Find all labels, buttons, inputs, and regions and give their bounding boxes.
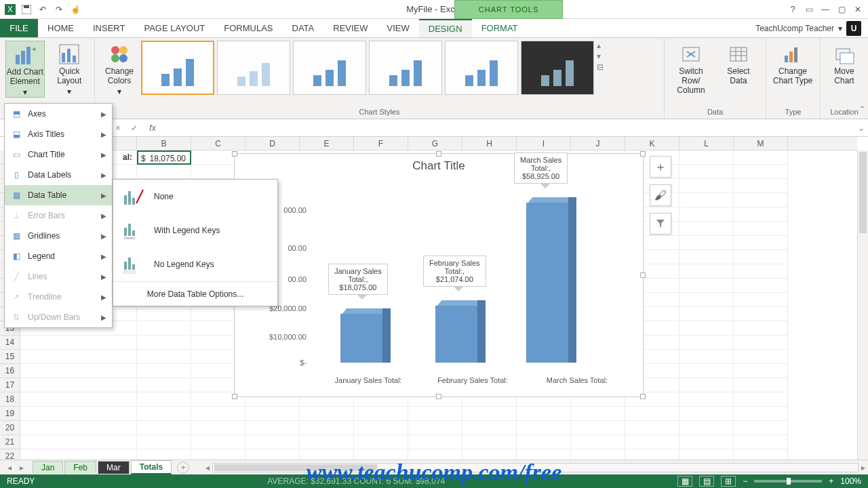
plot-area[interactable]: January Sales Total:, $18,075.00February… [316,181,629,363]
chart-styles-button[interactable]: 🖌 [650,184,671,206]
menu-updown-bars: ⇅Up/Down Bars▶ [5,307,112,327]
tab-review[interactable]: REVIEW [323,19,377,37]
data-label[interactable]: March Sales Total:, $58,925.00 [514,152,568,184]
menu-axes[interactable]: ⬒Axes▶ [5,104,112,124]
tab-file[interactable]: FILE [0,19,38,37]
view-page-layout-icon[interactable]: ▤ [699,476,714,487]
styles-scroll-up[interactable]: ▴ [597,41,609,50]
resize-handle[interactable] [640,272,646,278]
view-normal-icon[interactable]: ▦ [677,476,692,487]
menu-axis-titles[interactable]: ⬓Axis Titles▶ [5,124,112,144]
tab-data[interactable]: DATA [283,19,324,37]
no-legend-icon [121,253,146,275]
save-icon[interactable] [20,3,33,16]
chart-style-6[interactable] [521,41,594,95]
menu-error-bars: ⊥Error Bars▶ [5,205,112,226]
add-sheet-button[interactable]: + [177,462,189,474]
column-headers[interactable]: BCDEFGHIJKLM [20,137,857,150]
tab-design[interactable]: DESIGN [419,19,472,37]
chart-style-2[interactable] [217,41,290,95]
tab-home[interactable]: HOME [38,19,83,37]
resize-handle[interactable] [232,394,237,399]
chart-title[interactable]: Chart Title [235,154,643,176]
fx-icon[interactable]: fx [142,123,163,133]
resize-handle[interactable] [436,151,441,157]
data-label[interactable]: February Sales Total:, $21,074.00 [423,256,486,287]
svg-rect-3 [24,5,29,8]
view-page-break-icon[interactable]: ⊞ [721,476,736,487]
submenu-more-options[interactable]: More Data Table Options... [113,281,277,306]
styles-more[interactable]: ⊟ [597,62,609,72]
zoom-slider[interactable] [754,480,822,483]
menu-gridlines[interactable]: ▦Gridlines▶ [5,226,112,246]
tab-view[interactable]: VIEW [378,19,419,37]
help-icon[interactable]: ? [787,3,799,16]
menu-data-labels[interactable]: ▯Data Labels▶ [5,165,112,185]
ribbon-options-icon[interactable]: ▭ [803,3,815,16]
menu-data-table[interactable]: ▦Data Table▶ [5,185,112,205]
quick-layout-button[interactable]: Quick Layout▾ [50,41,89,96]
trendline-icon: ↗ [10,291,22,303]
change-colors-button[interactable]: Change Colors▾ [100,41,138,96]
menu-chart-title[interactable]: ▭Chart Title▶ [5,144,112,165]
svg-text:X: X [7,5,13,14]
undo-icon[interactable]: ↶ [37,3,49,16]
sheet-tab-feb[interactable]: Feb [64,461,96,474]
submenu-none[interactable]: None [113,180,277,214]
chart-style-5[interactable] [445,41,518,95]
maximize-icon[interactable]: ▢ [835,3,848,16]
window-title: MyFile - Excel [81,4,787,14]
zoom-in-icon[interactable]: + [829,476,833,486]
sheet-tab-totals[interactable]: Totals [131,460,172,474]
chart-style-1[interactable] [141,41,214,95]
submenu-no-legend-keys[interactable]: No Legend Keys [113,247,277,281]
tab-page-layout[interactable]: PAGE LAYOUT [134,19,214,37]
svg-rect-5 [21,51,25,64]
collapse-ribbon-icon[interactable]: ˆ [861,105,864,116]
sheet-nav-prev[interactable]: ◂ [4,463,15,472]
change-chart-type-button[interactable]: Change Chart Type [772,41,814,85]
svg-point-13 [119,46,127,54]
menu-legend[interactable]: ◧Legend▶ [5,246,112,266]
x-axis: January Sales Total:February Sales Total… [316,376,629,384]
minimize-icon[interactable]: — [819,3,831,16]
switch-row-column-button[interactable]: Switch Row/ Column [670,41,712,95]
chart-style-3[interactable] [293,41,366,95]
data-label[interactable]: January Sales Total:, $18,075.00 [328,264,388,295]
sheet-nav-next[interactable]: ▸ [16,463,27,472]
zoom-out-icon[interactable]: − [743,476,747,486]
zoom-level[interactable]: 100% [840,476,861,486]
chart-filters-button[interactable] [650,213,671,235]
tab-format[interactable]: FORMAT [472,19,528,37]
change-chart-type-icon [782,43,804,65]
svg-rect-28 [128,191,131,205]
horizontal-scrollbar[interactable]: ◂▸ [203,463,868,472]
chart-object[interactable]: Chart Title $-$10,000.00$20,000.0000.000… [234,153,644,397]
fx-enter-icon[interactable]: ✓ [126,123,142,133]
sheet-tab-jan[interactable]: Jan [33,461,63,474]
add-chart-element-button[interactable]: + Add Chart Element▾ [5,41,45,98]
redo-icon[interactable]: ↷ [53,3,65,16]
resize-handle[interactable] [232,151,237,157]
svg-point-14 [111,54,119,62]
chart-style-4[interactable] [369,41,442,95]
move-chart-button[interactable]: Move Chart [826,41,863,85]
vertical-scrollbar[interactable] [857,150,868,460]
switch-row-column-icon [680,43,702,65]
expand-formula-bar-icon[interactable]: ⌄ [854,123,868,133]
axes-icon: ⬒ [10,108,22,120]
close-icon[interactable]: ✕ [852,3,864,16]
resize-handle[interactable] [436,394,441,399]
styles-scroll-down[interactable]: ▾ [597,52,609,61]
touch-icon[interactable]: ☝ [69,3,81,16]
tab-insert[interactable]: INSERT [83,19,134,37]
svg-rect-6 [26,47,31,64]
resize-handle[interactable] [640,151,646,157]
user-account[interactable]: TeachUcomp Teacher▾U [755,19,868,37]
chart-elements-button[interactable]: ＋ [650,156,671,178]
submenu-with-legend-keys[interactable]: With Legend Keys [113,214,277,247]
select-data-button[interactable]: Select Data [717,41,760,85]
sheet-tab-mar[interactable]: Mar [98,461,130,474]
resize-handle[interactable] [640,394,646,399]
tab-formulas[interactable]: FORMULAS [214,19,282,37]
